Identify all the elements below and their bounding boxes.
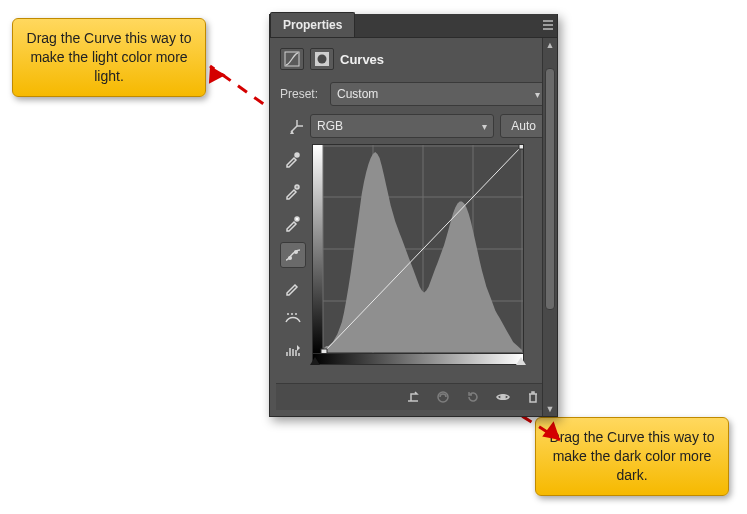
white-point-slider[interactable] [516,357,526,365]
input-gradient [312,354,524,365]
svg-point-9 [295,251,298,254]
clip-to-layer-icon[interactable] [403,387,423,407]
channel-select[interactable]: RGB ▾ [310,114,494,138]
on-image-adjust-icon[interactable] [286,115,308,137]
curves-graph[interactable] [312,144,524,354]
auto-button[interactable]: Auto [500,114,547,138]
adjustment-title-row: Curves [276,46,551,78]
eyedropper-white-icon[interactable] [280,210,306,236]
curve-point-icon[interactable] [280,242,306,268]
svg-point-21 [501,395,505,399]
adjustment-title: Curves [340,52,384,67]
histogram-clip-icon[interactable] [280,338,306,364]
black-point-slider[interactable] [310,357,320,365]
chevron-down-icon: ▾ [482,121,487,132]
svg-point-4 [318,55,327,64]
svg-point-7 [295,217,299,221]
tab-properties[interactable]: Properties [270,12,355,37]
layer-mask-icon[interactable] [310,48,334,70]
preset-value: Custom [337,87,378,101]
preset-row: Preset: Custom ▾ [276,78,551,110]
curves-adjustment-icon[interactable] [280,48,304,70]
curve-point-shadow[interactable] [321,349,327,353]
pencil-icon[interactable] [280,274,306,300]
panel-bottom-bar [276,383,551,410]
panel-tabbar: Properties [270,14,557,38]
preset-select[interactable]: Custom ▾ [330,82,547,106]
panel-menu-icon[interactable] [539,13,557,37]
panel-scrollbar[interactable]: ▲ ▼ [542,38,557,416]
eyedropper-gray-icon[interactable] [280,178,306,204]
channel-value: RGB [317,119,343,133]
trash-icon[interactable] [523,387,543,407]
callout-dark: Drag the Curve this way to make the dark… [535,417,729,496]
curves-toolbar [280,144,306,365]
curve-point-highlight[interactable] [519,145,523,149]
chevron-down-icon: ▾ [535,89,540,100]
view-previous-icon[interactable] [433,387,453,407]
scroll-down-icon[interactable]: ▼ [543,402,557,416]
visibility-icon[interactable] [493,387,513,407]
svg-point-5 [295,153,299,157]
reset-icon[interactable] [463,387,483,407]
callout-light: Drag the Curve this way to make the ligh… [12,18,206,97]
smooth-icon[interactable] [280,306,306,332]
svg-point-8 [289,257,292,260]
preset-label: Preset: [280,87,324,101]
properties-panel: Properties Curves Preset: Custom ▾ [269,14,558,417]
svg-point-6 [295,185,299,189]
scroll-up-icon[interactable]: ▲ [543,38,557,52]
eyedropper-black-icon[interactable] [280,146,306,172]
scroll-thumb[interactable] [545,68,555,310]
